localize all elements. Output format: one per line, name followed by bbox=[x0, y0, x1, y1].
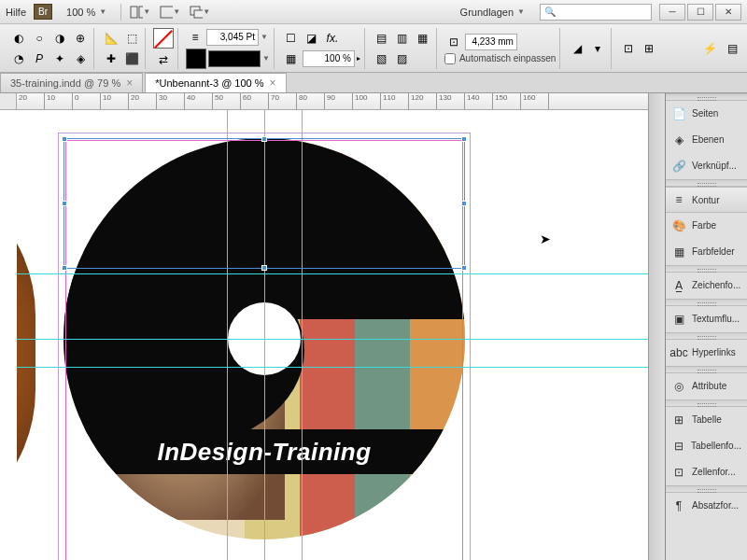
ruler-tick: 10 bbox=[45, 93, 73, 109]
panel-grip[interactable] bbox=[666, 179, 747, 187]
wrap-jump-icon[interactable]: ▧ bbox=[373, 49, 391, 68]
bridge-button[interactable]: Br bbox=[34, 4, 52, 20]
menu-icon[interactable]: ▤ bbox=[723, 39, 741, 58]
ruler-tick: 90 bbox=[325, 93, 353, 109]
stroke-style[interactable] bbox=[208, 50, 261, 67]
opacity-input[interactable]: 100 % bbox=[303, 50, 355, 67]
horizontal-ruler[interactable]: 2010010203040506070809010011012013014015… bbox=[17, 93, 665, 110]
stroke-weight-icon: ≡ bbox=[186, 28, 204, 47]
panel-grip[interactable] bbox=[666, 93, 747, 101]
swap-icon[interactable]: ⇄ bbox=[154, 50, 173, 69]
help-menu[interactable]: Hilfe bbox=[6, 7, 26, 18]
panel-icon: ▣ bbox=[671, 312, 686, 327]
autofit-checkbox[interactable]: Automatisch einpassen bbox=[444, 53, 556, 64]
document-tab[interactable]: *Unbenannt-3 @ 100 % × bbox=[145, 73, 286, 92]
quick-apply-icon[interactable]: ⚡ bbox=[700, 39, 719, 58]
panel-grip[interactable] bbox=[666, 265, 747, 273]
stroke-color-swatch[interactable] bbox=[186, 49, 206, 69]
select-content-icon[interactable]: ⊞ bbox=[640, 39, 658, 58]
panel-grip[interactable] bbox=[666, 485, 747, 493]
panel-label: Absatzfor... bbox=[692, 500, 739, 511]
tool-icon[interactable]: ◑ bbox=[50, 29, 69, 48]
wrap-shape-icon[interactable]: ▦ bbox=[414, 29, 432, 48]
adjacent-artwork bbox=[17, 166, 35, 539]
options-icon[interactable]: ▾ bbox=[588, 39, 607, 58]
zoom-dropdown[interactable]: 100 % ▼ bbox=[60, 4, 113, 21]
panel-button[interactable]: ⊞Tabelle bbox=[666, 407, 747, 433]
panel-button[interactable]: 📄Seiten bbox=[666, 101, 747, 127]
ruler-tick: 70 bbox=[269, 93, 297, 109]
panel-button[interactable]: ⊡Zellenfor... bbox=[666, 459, 747, 485]
fit-frame-icon[interactable]: ⊡ bbox=[444, 33, 463, 51]
chevron-down-icon: ▼ bbox=[99, 7, 106, 16]
tool-icon[interactable]: ⊕ bbox=[71, 29, 90, 48]
panel-button[interactable]: ⊟Tabellenfo... bbox=[666, 433, 747, 459]
measure-icon[interactable]: 📐 bbox=[102, 29, 120, 48]
panel-label: Textumflu... bbox=[692, 314, 740, 324]
close-button[interactable]: ✕ bbox=[715, 4, 741, 21]
fill-none-swatch[interactable] bbox=[153, 28, 174, 49]
panel-grip[interactable] bbox=[666, 399, 747, 407]
ruler-tick: 160 bbox=[521, 93, 549, 109]
document-tab[interactable]: 35-training.indd @ 79 % × bbox=[0, 73, 143, 92]
panel-icon: ▦ bbox=[671, 245, 686, 259]
maximize-button[interactable]: ☐ bbox=[687, 4, 713, 21]
select-container-icon[interactable]: ⊡ bbox=[619, 39, 638, 58]
effects-icon[interactable]: ☐ bbox=[282, 29, 301, 48]
document-tabs: 35-training.indd @ 79 % × *Unbenannt-3 @… bbox=[0, 73, 747, 93]
panel-icon: ⊡ bbox=[671, 465, 686, 480]
tool-icon[interactable]: ⬛ bbox=[122, 49, 141, 68]
opacity-icon: ▦ bbox=[282, 49, 301, 68]
menubar: Hilfe Br 100 % ▼ ▼ ▼ ▼ Grundlagen ▼ 🔍 ─ … bbox=[0, 0, 747, 24]
ruler-tick: 20 bbox=[17, 93, 45, 109]
tool-icon[interactable]: ◐ bbox=[9, 29, 28, 48]
wrap-none-icon[interactable]: ▤ bbox=[373, 29, 391, 48]
ruler-origin[interactable] bbox=[0, 93, 17, 110]
panel-grip[interactable] bbox=[666, 299, 747, 306]
search-input[interactable]: 🔍 bbox=[540, 4, 652, 21]
document-workspace[interactable]: 2010010203040506070809010011012013014015… bbox=[0, 93, 665, 560]
close-icon[interactable]: × bbox=[126, 77, 133, 90]
panel-button[interactable]: ≡Kontur bbox=[666, 187, 747, 213]
screen-mode-icon[interactable]: ▼ bbox=[159, 3, 181, 21]
tool-icon[interactable]: ◔ bbox=[9, 49, 28, 68]
panel-collapse-strip[interactable] bbox=[648, 93, 665, 560]
svg-rect-4 bbox=[194, 10, 203, 18]
panel-button[interactable]: abcHyperlinks bbox=[666, 340, 747, 366]
fit-value-input[interactable]: 4,233 mm bbox=[465, 34, 517, 50]
panel-button[interactable]: A̲Zeichenfo... bbox=[666, 273, 747, 299]
minimize-button[interactable]: ─ bbox=[659, 4, 685, 21]
corner-icon[interactable]: ◢ bbox=[568, 39, 586, 58]
panel-grip[interactable] bbox=[666, 332, 747, 340]
canvas[interactable]: InDesign-Training ➤ bbox=[17, 110, 665, 560]
panel-label: Farbe bbox=[692, 220, 716, 231]
panel-button[interactable]: ¶Absatzfor... bbox=[666, 493, 747, 519]
view-options-icon[interactable]: ▼ bbox=[129, 3, 151, 21]
tool-icon[interactable]: ✚ bbox=[102, 49, 120, 68]
tool-icon[interactable]: ✦ bbox=[50, 49, 69, 68]
panel-button[interactable]: ▣Textumflu... bbox=[666, 306, 747, 332]
tool-icon[interactable]: ⬚ bbox=[122, 29, 141, 48]
panel-label: Tabellenfo... bbox=[691, 441, 741, 451]
panel-button[interactable]: ◎Attribute bbox=[666, 373, 747, 399]
wrap-bbox-icon[interactable]: ▥ bbox=[393, 29, 412, 48]
panels-dock: 📄Seiten◈Ebenen🔗Verknüpf... ≡Kontur🎨Farbe… bbox=[665, 93, 747, 560]
panel-grip[interactable] bbox=[666, 366, 747, 373]
panel-button[interactable]: ▦Farbfelder bbox=[666, 239, 747, 265]
panel-button[interactable]: 🎨Farbe bbox=[666, 213, 747, 239]
fx-icon[interactable]: fx. bbox=[323, 29, 342, 48]
cd-artwork[interactable]: InDesign-Training bbox=[63, 138, 465, 539]
stroke-weight-input[interactable]: 3,045 Pt bbox=[206, 29, 259, 46]
close-icon[interactable]: × bbox=[270, 77, 276, 90]
tool-icon[interactable]: ○ bbox=[30, 29, 49, 48]
panel-button[interactable]: ◈Ebenen bbox=[666, 127, 747, 153]
workspace-dropdown[interactable]: Grundlagen ▼ bbox=[453, 5, 532, 20]
panel-icon: ⊟ bbox=[671, 439, 685, 454]
type-tool-icon[interactable]: P bbox=[30, 49, 49, 68]
drop-shadow-icon[interactable]: ◪ bbox=[303, 29, 321, 48]
panel-label: Tabelle bbox=[692, 414, 722, 425]
wrap-next-icon[interactable]: ▨ bbox=[393, 49, 412, 68]
tool-icon[interactable]: ◈ bbox=[71, 49, 90, 68]
panel-button[interactable]: 🔗Verknüpf... bbox=[666, 153, 747, 179]
arrange-icon[interactable]: ▼ bbox=[189, 3, 211, 21]
